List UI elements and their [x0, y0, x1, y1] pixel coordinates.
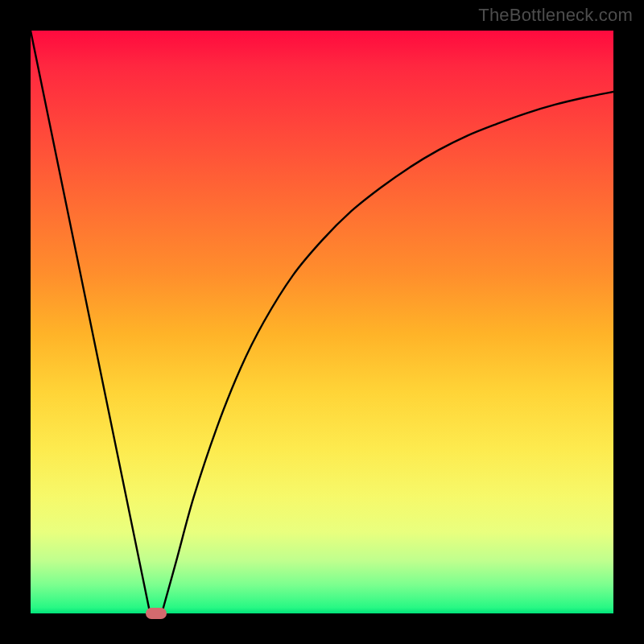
chart-frame: TheBottleneck.com [0, 0, 644, 644]
curve-left-branch [31, 31, 150, 613]
curve-right-branch [162, 92, 613, 613]
min-marker [146, 608, 167, 618]
plot-area [31, 31, 613, 613]
watermark-text: TheBottleneck.com [478, 5, 633, 26]
bottleneck-curve [31, 31, 613, 613]
